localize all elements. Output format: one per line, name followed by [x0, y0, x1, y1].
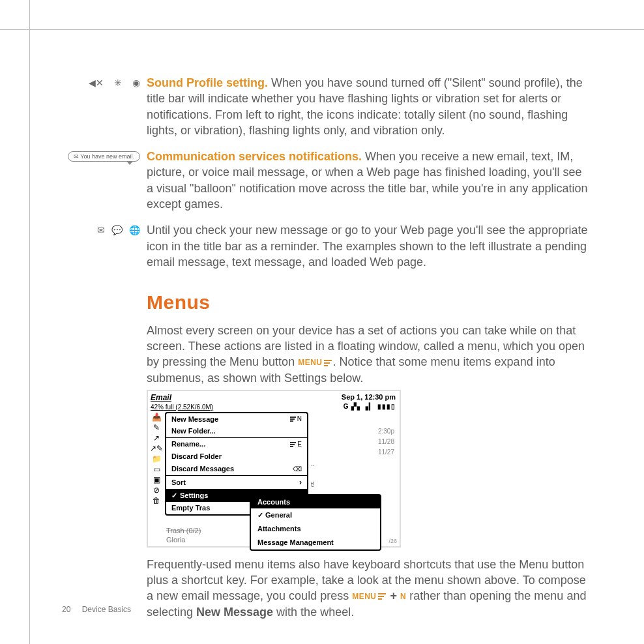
menu-rename[interactable]: Rename... E [166, 438, 307, 450]
shot-storage: 42% full (2.52K/6.0M) [151, 403, 342, 412]
submenu-message-management[interactable]: Message Management [251, 536, 380, 549]
bg-row-2: 11/28 [378, 437, 394, 447]
sidebar-spam-icon: ⊘ [153, 486, 160, 494]
menu-rename-shortcut: E [297, 440, 302, 449]
sidebar-folder-icon: 📁 [152, 455, 162, 463]
outro-menu-label: MENU [352, 592, 376, 601]
sound-profile-lead: Sound Profile setting. [147, 76, 268, 89]
reminder-icons: ✉ 💬 🌐 [97, 225, 140, 235]
sidebar-drafts-icon: ✎ [153, 424, 160, 432]
menu-new-message-label: New Message [171, 415, 218, 424]
page-footer: 20 Device Basics [62, 605, 131, 614]
page-number: 20 [62, 605, 70, 614]
menu-new-folder-label: New Folder... [171, 426, 216, 436]
menu-discard-folder[interactable]: Discard Folder [166, 450, 307, 463]
submenu-general[interactable]: General [251, 508, 380, 522]
shot-submenu[interactable]: Accounts General Attachments Message Man… [250, 494, 381, 551]
balloon-text: You have new email. [80, 153, 134, 160]
shot-bottom-date: /26 [388, 537, 397, 545]
menus-intro: Almost every screen on your device has a… [147, 323, 590, 386]
shot-sidebar: 📥 ✎ ↗ ↗✎ 📁 ▭ ▣ ⊘ 🗑 [149, 412, 164, 546]
trash-line-1: Trash (0/2) [166, 526, 201, 535]
menus-outro: Frequently-used menu items also have key… [147, 557, 590, 620]
submenu-attachments[interactable]: Attachments [251, 522, 380, 536]
menu-empty-trash-label: Empty Tras [171, 504, 210, 512]
web-loaded-icon: 🌐 [129, 225, 140, 235]
outro-c: with the wheel. [273, 606, 354, 619]
menu-discard-folder-label: Discard Folder [171, 452, 222, 461]
silent-icon: ◀✕ [89, 78, 104, 88]
menu-shortcut-icon [290, 442, 296, 447]
menu-discard-messages-label: Discard Messages [171, 464, 234, 474]
sidebar-sent-icon: ↗ [153, 434, 160, 442]
reminder-text: Until you check your new message or go t… [147, 222, 590, 270]
email-pending-icon: ✉ [97, 225, 105, 235]
trash-line-2: Gloria [166, 535, 201, 544]
comm-services-lead: Communication services notifications. [147, 150, 362, 163]
text-pending-icon: 💬 [111, 225, 123, 235]
menus-heading: Menus [147, 289, 590, 316]
menu-rename-label: Rename... [171, 439, 205, 449]
shot-signal: G ▞▖▗▎ ▮▮▮▯ [342, 402, 396, 411]
sidebar-outbox-icon: ↗✎ [150, 445, 163, 452]
menu-icon [324, 360, 332, 366]
menu-icon [378, 593, 386, 600]
shot-bg-fragments: .. t! [311, 459, 315, 490]
outro-plus: + [387, 589, 401, 602]
submenu-accounts[interactable]: Accounts [251, 495, 380, 509]
comm-services-row: ✉ You have new email. Communication serv… [62, 149, 590, 212]
shot-titlebar: Email 42% full (2.52K/6.0M) Sep 1, 12:30… [148, 391, 400, 412]
menu-shortcut-icon [290, 417, 296, 422]
shot-clock: Sep 1, 12:30 pm [342, 392, 396, 402]
sidebar-folder2-icon: ▭ [153, 465, 160, 473]
notification-balloon: ✉ You have new email. [68, 151, 140, 162]
menu-discard-messages-shortcut: ⌫ [293, 465, 302, 474]
vibration-icon: ◉ [132, 78, 140, 88]
menu-discard-messages[interactable]: Discard Messages ⌫ [166, 463, 307, 476]
sidebar-inbox-icon: 📥 [152, 413, 162, 421]
menu-key-label: MENU [298, 359, 322, 368]
sound-profile-icons: ◀✕ ✳ ◉ [89, 78, 140, 88]
menu-new-message-shortcut: N [297, 415, 302, 424]
menu-settings-check-icon: ✓ [171, 491, 177, 501]
reminder-row: ✉ 💬 🌐 Until you check your new message o… [62, 222, 590, 270]
menu-settings-label: Settings [180, 491, 208, 501]
menus-section: Menus Almost every screen on your device… [62, 280, 590, 620]
section-title: Device Basics [82, 605, 131, 614]
bg-frag-2: t! [311, 480, 315, 490]
shot-bg-rows: 2:30p 11/28 11/27 [378, 426, 394, 458]
menu-sort-label: Sort [171, 478, 186, 488]
sidebar-folder3-icon: ▣ [153, 476, 160, 484]
bg-row-1: 2:30p [378, 426, 394, 437]
shot-trash-area: Trash (0/2) Gloria [166, 526, 201, 545]
sound-profile-text: Sound Profile setting. When you have sou… [147, 75, 590, 138]
device-screenshot: Email 42% full (2.52K/6.0M) Sep 1, 12:30… [147, 390, 401, 548]
menu-new-folder[interactable]: New Folder... [166, 425, 307, 438]
flashing-lights-icon: ✳ [114, 78, 122, 88]
menu-sort[interactable]: Sort › [166, 476, 307, 490]
menu-new-message[interactable]: New Message N [166, 413, 307, 426]
shot-app-name: Email [151, 392, 342, 403]
sound-profile-row: ◀✕ ✳ ◉ Sound Profile setting. When you h… [62, 75, 590, 138]
sidebar-trash-icon: 🗑 [153, 497, 160, 505]
submenu-arrow-icon: › [299, 477, 302, 488]
bg-row-3: 11/27 [378, 447, 394, 458]
bg-frag-1: .. [311, 459, 315, 469]
outro-new-message: New Message [196, 606, 273, 619]
page-content: ◀✕ ✳ ◉ Sound Profile setting. When you h… [62, 75, 590, 630]
outro-shortcut-key: N [400, 592, 406, 601]
comm-services-text: Communication services notifications. Wh… [147, 149, 590, 212]
